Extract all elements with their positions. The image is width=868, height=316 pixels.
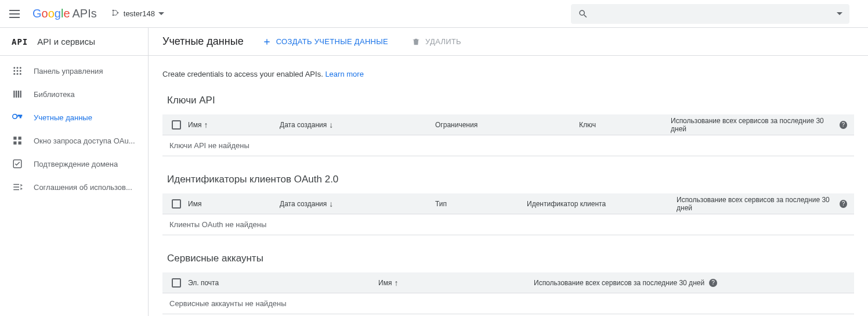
col-name[interactable]: Имя↑ — [188, 120, 275, 130]
col-email[interactable]: Эл. почта — [188, 279, 374, 287]
arrow-down-icon: ↓ — [329, 120, 333, 130]
trash-icon — [411, 37, 421, 46]
help-icon[interactable]: ? — [840, 200, 847, 208]
svg-rect-19 — [19, 142, 21, 145]
sidebar-item-label: Соглашения об использов... — [34, 183, 132, 192]
sidebar-item-label: Панель управления — [34, 67, 103, 76]
col-type[interactable]: Тип — [435, 200, 522, 208]
oauth-header-row: Имя Дата создания↓ Тип Идентификатор кли… — [162, 193, 854, 214]
learn-more-link[interactable]: Learn more — [325, 70, 363, 78]
sidebar-item-credentials[interactable]: Учетные данные — [0, 106, 148, 129]
sidebar-item-library[interactable]: Библиотека — [0, 82, 148, 106]
col-name[interactable]: Имя — [188, 200, 275, 208]
svg-rect-18 — [13, 142, 16, 145]
oauth-title: Идентификаторы клиентов OAuth 2.0 — [167, 174, 854, 185]
svg-point-5 — [20, 67, 21, 69]
svg-point-7 — [17, 70, 19, 72]
col-usage[interactable]: Использование всех сервисов за последние… — [677, 196, 847, 212]
api-keys-header-row: Имя↑ Дата создания↓ Ограничения Ключ Исп… — [162, 114, 854, 135]
sidebar-item-domain-verification[interactable]: Подтверждение домена — [0, 152, 148, 175]
svg-point-8 — [20, 70, 21, 72]
sidebar-item-label: Подтверждение домена — [34, 160, 118, 168]
svg-rect-17 — [19, 137, 21, 139]
check-icon — [12, 159, 23, 169]
api-mark: API — [12, 37, 28, 46]
project-icon — [111, 8, 120, 19]
intro-text: Create credentials to access your enable… — [162, 70, 854, 78]
logo[interactable]: Google APIs — [32, 7, 97, 20]
arrow-up-icon: ↑ — [204, 120, 208, 130]
checkbox-all[interactable] — [169, 120, 183, 130]
svg-point-4 — [17, 67, 19, 69]
search-input[interactable] — [594, 9, 831, 19]
api-keys-section: Ключи API Имя↑ Дата создания↓ Ограничени… — [162, 95, 854, 156]
oauth-empty: Клиенты OAuth не найдены — [162, 214, 854, 235]
col-usage[interactable]: Использование всех сервисов за последние… — [534, 279, 847, 287]
library-icon — [12, 89, 23, 99]
main-content: Учетные данные Создать учетные данные Уд… — [149, 28, 868, 316]
create-credentials-button[interactable]: Создать учетные данные — [258, 34, 393, 50]
col-usage[interactable]: Использование всех сервисов за последние… — [671, 117, 847, 133]
search-icon — [578, 9, 588, 19]
svg-rect-15 — [20, 91, 21, 98]
col-limits[interactable]: Ограничения — [435, 121, 574, 129]
top-bar: Google APIs tester148 — [0, 0, 868, 28]
sidebar-item-dashboard[interactable]: Панель управления — [0, 59, 148, 82]
svg-point-11 — [20, 73, 21, 75]
page-header: Учетные данные Создать учетные данные Уд… — [149, 28, 868, 56]
api-keys-empty: Ключи API не найдены — [162, 135, 854, 156]
plus-icon — [262, 37, 272, 46]
arrow-up-icon: ↑ — [394, 278, 398, 288]
create-credentials-label: Создать учетные данные — [276, 37, 388, 46]
service-accounts-title: Сервисные аккаунты — [167, 253, 854, 264]
logo-apis-text: APIs — [73, 7, 97, 20]
svg-rect-12 — [13, 91, 15, 98]
project-name: tester148 — [124, 9, 155, 18]
sidebar-title: API и сервисы — [37, 37, 95, 46]
svg-point-9 — [13, 73, 15, 75]
svg-point-6 — [13, 70, 15, 72]
col-key[interactable]: Ключ — [579, 121, 666, 129]
svg-point-10 — [17, 73, 19, 75]
col-created[interactable]: Дата создания↓ — [280, 120, 431, 130]
chevron-down-icon — [158, 12, 164, 15]
nav-list: Панель управления Библиотека Учетные дан… — [0, 56, 148, 199]
svg-point-0 — [112, 10, 114, 12]
sidebar-item-label: Учетные данные — [34, 113, 92, 122]
api-keys-title: Ключи API — [167, 95, 854, 106]
svg-point-3 — [13, 67, 15, 69]
sidebar-item-label: Библиотека — [34, 90, 75, 99]
svg-rect-14 — [18, 91, 19, 98]
checkbox-all[interactable] — [169, 278, 183, 288]
oauth-section: Идентификаторы клиентов OAuth 2.0 Имя Да… — [162, 174, 854, 235]
sidebar: API API и сервисы Панель управления Библ… — [0, 28, 149, 316]
col-clientid[interactable]: Идентификатор клиента — [527, 200, 672, 208]
sidebar-item-agreements[interactable]: Соглашения об использов... — [0, 175, 148, 199]
page-title: Учетные данные — [162, 35, 244, 48]
arrow-down-icon: ↓ — [329, 199, 333, 209]
settings-icon — [12, 182, 23, 192]
col-name[interactable]: Имя↑ — [378, 278, 529, 288]
search-bar[interactable] — [571, 4, 849, 24]
service-empty: Сервисные аккаунты не найдены — [162, 293, 854, 314]
svg-rect-13 — [16, 91, 17, 98]
service-header-row: Эл. почта Имя↑ Использование всех сервис… — [162, 272, 854, 293]
col-created[interactable]: Дата создания↓ — [280, 199, 431, 209]
checkbox-all[interactable] — [169, 199, 183, 209]
menu-icon[interactable] — [9, 7, 23, 21]
help-icon[interactable]: ? — [709, 279, 717, 287]
sidebar-item-label: Окно запроса доступа OAu... — [34, 137, 135, 145]
delete-label: Удалить — [425, 37, 461, 46]
delete-button: Удалить — [407, 34, 466, 50]
dashboard-icon — [12, 66, 23, 76]
svg-rect-16 — [13, 137, 16, 139]
key-icon — [12, 112, 23, 123]
svg-point-1 — [112, 15, 114, 16]
project-picker[interactable]: tester148 — [106, 6, 169, 21]
sidebar-item-oauth-consent[interactable]: Окно запроса доступа OAu... — [0, 129, 148, 152]
help-icon[interactable]: ? — [840, 121, 847, 129]
consent-icon — [12, 135, 23, 146]
sidebar-header: API API и сервисы — [0, 28, 148, 56]
chevron-down-icon[interactable] — [837, 12, 842, 15]
service-accounts-section: Сервисные аккаунты Эл. почта Имя↑ Исполь… — [162, 253, 854, 314]
